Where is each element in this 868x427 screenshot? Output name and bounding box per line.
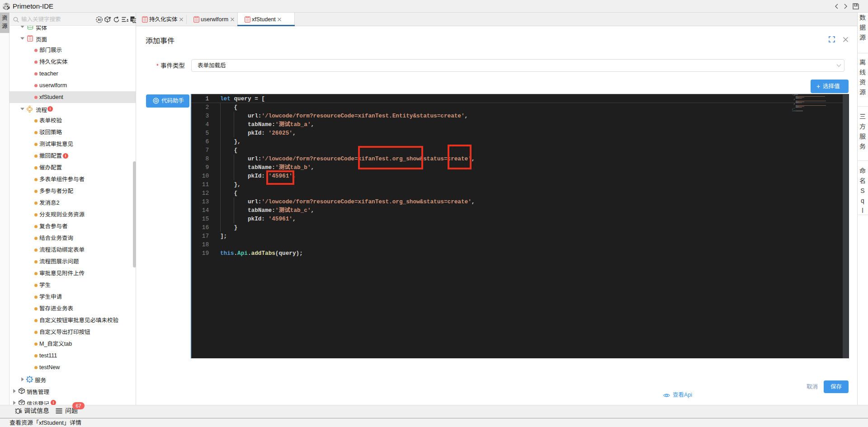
svg-text:AI: AI (98, 18, 101, 21)
